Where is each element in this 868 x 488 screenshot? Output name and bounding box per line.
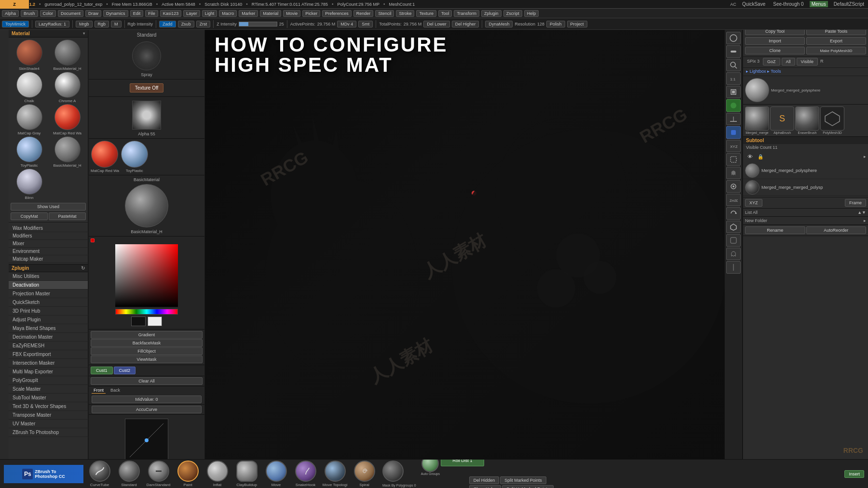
mask-polygroups-icon[interactable] xyxy=(382,461,404,482)
subtool-merged[interactable]: Merged_merged_polysphere xyxy=(743,162,868,179)
icon-sep[interactable] xyxy=(726,261,741,274)
menu-light[interactable]: Light xyxy=(202,10,217,17)
icon-rotate[interactable] xyxy=(726,207,741,220)
backface-mask-btn[interactable]: BackfaceMask xyxy=(91,339,203,347)
mrgb-btn[interactable]: Mrgb xyxy=(76,21,93,27)
color-active-indicator[interactable] xyxy=(91,238,95,242)
subtool-lock-icon[interactable]: 🔒 xyxy=(756,152,765,161)
color-swatch-white[interactable] xyxy=(148,317,162,326)
modifiers-item[interactable]: Modifiers xyxy=(9,232,88,240)
alpha-preview[interactable] xyxy=(132,101,161,130)
menu-zplugin[interactable]: Zplugin xyxy=(481,10,502,17)
fill-object-btn[interactable]: FillObject xyxy=(91,347,203,355)
zplugin-adjust[interactable]: Adjust Plugin xyxy=(9,316,88,324)
zadd-btn[interactable]: Zadd xyxy=(159,21,176,27)
icon-local[interactable] xyxy=(726,126,741,139)
accu-curve-btn[interactable]: AccuCurve xyxy=(92,406,202,413)
menu-preferences[interactable]: Preferences xyxy=(322,10,352,17)
menu-transform[interactable]: Transform xyxy=(454,10,479,17)
icon-transp2[interactable] xyxy=(726,234,741,247)
color-hue-bar[interactable] xyxy=(115,309,178,315)
zrst-btn[interactable]: Zrst xyxy=(196,21,211,27)
icon-aasuf[interactable] xyxy=(726,86,741,98)
zplugin-header[interactable]: Zplugin ↻ xyxy=(9,264,88,272)
menu-picker[interactable]: Picker xyxy=(302,10,320,17)
make-polymesh-btn[interactable]: Make PolyMesh3D xyxy=(806,47,866,54)
brush-inflat[interactable]: Inflat xyxy=(204,461,231,487)
icon-puppy[interactable] xyxy=(726,99,741,112)
texture-off-btn[interactable]: Texture Off xyxy=(130,83,164,92)
zplugin-refresh-icon[interactable]: ↻ xyxy=(81,265,85,271)
show-used-btn[interactable]: Show Used xyxy=(11,203,86,211)
frame-btn[interactable]: Frame xyxy=(845,199,866,207)
material-item-toyplastic[interactable]: ToyPlastic xyxy=(11,136,48,168)
icon-polyf[interactable] xyxy=(726,221,741,233)
list-all-label[interactable]: List All xyxy=(745,210,758,215)
menu-material[interactable]: Material xyxy=(260,10,281,17)
mixer-item[interactable]: Mixer xyxy=(9,240,88,248)
zplugin-misc[interactable]: Misc Utilities xyxy=(9,272,88,281)
zplugin-fbx[interactable]: FBX ExportImport xyxy=(9,350,88,359)
brush-move[interactable]: Move xyxy=(263,461,289,487)
default-script-btn[interactable]: DefaultZScript xyxy=(832,1,866,7)
see-through-btn[interactable]: See-through 0 xyxy=(771,1,805,7)
xyz-btn[interactable]: XYZ xyxy=(745,199,762,207)
menu-dynamics[interactable]: Dynamics xyxy=(103,10,128,17)
color-swatch-black[interactable] xyxy=(131,317,146,326)
menus-btn[interactable]: Menus xyxy=(810,1,828,7)
menu-marker[interactable]: Marker xyxy=(239,10,258,17)
subtool-expand-icon[interactable]: ▸ xyxy=(864,154,866,159)
brush-damstandard[interactable]: DamStandard xyxy=(145,461,172,487)
menu-movie[interactable]: Movie xyxy=(283,10,300,17)
brush-spiral[interactable]: Spiral xyxy=(351,461,378,487)
clone-btn[interactable]: Clone xyxy=(745,47,805,54)
del-hidden-btn[interactable]: Del Hidden xyxy=(469,476,500,484)
brush-claybuildup[interactable]: ClayBuildup xyxy=(233,461,260,487)
menu-draw[interactable]: Draw xyxy=(85,10,101,17)
insert-btn[interactable]: Insert xyxy=(844,470,864,478)
zplugin-3dprint[interactable]: 3D Print Hub xyxy=(9,307,88,316)
icon-zoom3d[interactable]: Zm3D xyxy=(726,194,741,206)
brush-polymesh3d[interactable]: PolyMesh3D xyxy=(820,106,844,134)
material-section-header[interactable]: Material ▾ xyxy=(9,30,88,38)
menu-help[interactable]: Help xyxy=(524,10,539,17)
roll-dist-btn[interactable]: Roll Dist 1 xyxy=(441,459,484,475)
zplugin-scale[interactable]: Scale Master xyxy=(9,385,88,394)
icon-xyz[interactable]: XYZ xyxy=(726,140,741,152)
subtool-eye-icon[interactable]: 👁 xyxy=(745,152,755,161)
cust2-btn[interactable]: Cust2 xyxy=(114,367,136,374)
material-item-skinshade4[interactable]: SkinShade4 xyxy=(11,40,48,71)
front-btn[interactable]: Front xyxy=(92,387,106,394)
clear-all-btn[interactable]: Clear All xyxy=(91,377,203,385)
zplugin-deactivation[interactable]: Deactivation xyxy=(9,281,88,290)
menu-file[interactable]: File xyxy=(145,10,158,17)
brush-paint[interactable]: Paint xyxy=(175,461,201,487)
menu-edit[interactable]: Edit xyxy=(130,10,144,17)
matcap-maker-item[interactable]: Matcap Maker xyxy=(9,255,88,263)
paste-mat-btn[interactable]: PasteMat xyxy=(49,212,86,220)
material-item-basicmat[interactable]: BasicMaterial_H xyxy=(49,40,86,71)
icon-floor[interactable] xyxy=(726,113,741,125)
icon-brr[interactable] xyxy=(726,32,741,44)
cust1-btn[interactable]: Cust1 xyxy=(91,367,113,374)
material-item-blinn[interactable]: Blinn xyxy=(11,169,48,200)
brush-movetopo[interactable]: Move Topologi xyxy=(322,461,348,487)
gradient-btn[interactable]: Gradient xyxy=(91,331,203,339)
menu-alpha[interactable]: Alpha xyxy=(2,10,19,17)
zplugin-maya[interactable]: Maya Blend Shapes xyxy=(9,324,88,333)
material-item-matcapgray[interactable]: MatCap Gray xyxy=(11,104,48,135)
copy-mat-btn[interactable]: CopyMat xyxy=(11,212,48,220)
zplugin-zbrush-photoshop[interactable]: ZBrush To Photoshop xyxy=(9,428,88,437)
polish-btn[interactable]: Polish xyxy=(546,21,565,27)
export-btn[interactable]: Export xyxy=(806,37,866,45)
zplugin-projection[interactable]: Projection Master xyxy=(9,290,88,298)
split-marked-btn[interactable]: Split Marked Points xyxy=(500,476,546,484)
import-btn[interactable]: Import xyxy=(745,37,805,45)
environment-item[interactable]: Environment xyxy=(9,248,88,255)
menu-stroke[interactable]: Stroke xyxy=(396,10,414,17)
icon-solo[interactable] xyxy=(726,180,741,193)
brush-alphabrush[interactable]: S AlphaBrush xyxy=(770,106,794,134)
zsub-btn[interactable]: Zsub xyxy=(178,21,194,27)
menu-render[interactable]: Render xyxy=(353,10,374,17)
zplugin-subtool[interactable]: SubTool Master xyxy=(9,394,88,402)
